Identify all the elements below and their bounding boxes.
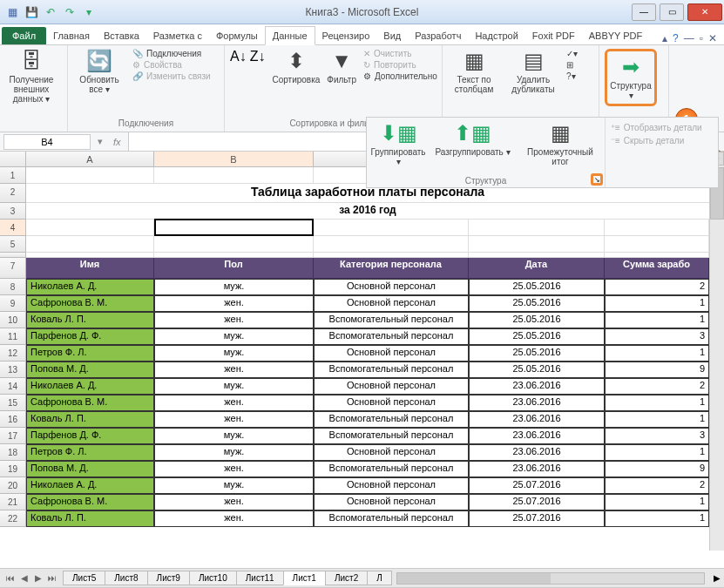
row-header[interactable]: 1 xyxy=(0,167,26,184)
next-sheet-icon[interactable]: ▶ xyxy=(31,573,45,583)
tab-addins[interactable]: Надстрой xyxy=(468,27,524,44)
sort-za-icon[interactable]: Z↓ xyxy=(250,49,266,64)
help-icon[interactable]: ? xyxy=(673,32,679,44)
row-header[interactable]: 17 xyxy=(0,428,26,444)
row-header[interactable]: 13 xyxy=(0,362,26,378)
row-header[interactable]: 16 xyxy=(0,411,26,428)
table-cell[interactable]: Основной персонал xyxy=(314,378,469,395)
hscroll-thumb[interactable] xyxy=(397,573,551,584)
table-cell[interactable]: 9 xyxy=(605,461,709,477)
table-cell[interactable]: 23.06.2016 xyxy=(469,395,605,411)
row-header[interactable]: 11 xyxy=(0,328,26,345)
table-cell[interactable]: Сафронова В. М. xyxy=(26,494,154,510)
row-header[interactable]: 7 xyxy=(0,258,26,279)
table-cell[interactable]: 25.05.2016 xyxy=(469,345,605,362)
structure-button[interactable]: ➡Структура ▾ xyxy=(605,49,657,106)
table-cell[interactable]: Основной персонал xyxy=(314,395,469,411)
tab-abbyy[interactable]: ABBYY PDF xyxy=(582,27,650,44)
table-cell[interactable]: 23.06.2016 xyxy=(469,378,605,395)
dialog-launcher[interactable]: ↘ xyxy=(591,173,603,186)
first-sheet-icon[interactable]: ⏮ xyxy=(3,573,17,583)
table-cell[interactable]: жен. xyxy=(154,312,314,328)
table-cell[interactable]: Основной персонал xyxy=(314,494,469,510)
table-cell[interactable]: Парфенов Д. Ф. xyxy=(26,428,154,444)
fx-icon[interactable]: fx xyxy=(106,137,128,147)
ungroup-button[interactable]: ⬆▦Разгруппировать ▾ xyxy=(434,121,512,184)
sheet-tab[interactable]: Лист2 xyxy=(325,571,368,585)
table-header[interactable]: Имя xyxy=(26,258,154,279)
doc-restore-icon[interactable]: ▫ xyxy=(700,32,703,44)
doc-min-icon[interactable]: — xyxy=(684,32,694,44)
text-to-columns-button[interactable]: ▦Текст по столбцам xyxy=(448,49,500,94)
table-cell[interactable]: жен. xyxy=(154,411,314,428)
table-header[interactable]: Категория персонала xyxy=(314,258,469,279)
row-header[interactable]: 22 xyxy=(0,510,26,527)
tab-home[interactable]: Главная xyxy=(46,27,97,44)
refresh-all-button[interactable]: 🔄Обновить все ▾ xyxy=(73,49,125,94)
column-header-b[interactable]: B xyxy=(154,152,314,166)
connections-button[interactable]: 📎 Подключения xyxy=(132,49,211,58)
table-cell[interactable]: 25.07.2016 xyxy=(469,510,605,527)
reapply-button[interactable]: ↻ Повторить xyxy=(363,60,437,70)
table-cell[interactable]: Николаев А. Д. xyxy=(26,378,154,395)
horizontal-scrollbar[interactable] xyxy=(396,572,705,585)
sort-az-icon[interactable]: A↓ xyxy=(230,49,247,64)
row-header[interactable]: 8 xyxy=(0,279,26,295)
table-cell[interactable]: Основной персонал xyxy=(314,279,469,295)
table-cell[interactable]: муж. xyxy=(154,477,314,494)
table-cell[interactable]: муж. xyxy=(154,444,314,461)
row-header[interactable]: 12 xyxy=(0,345,26,362)
table-header[interactable]: Пол xyxy=(154,258,314,279)
tab-review[interactable]: Рецензиро xyxy=(315,27,377,44)
table-cell[interactable]: муж. xyxy=(154,279,314,295)
sheet-tab[interactable]: Лист8 xyxy=(105,571,147,585)
table-cell[interactable]: Попова М. Д. xyxy=(26,461,154,477)
table-cell[interactable]: Вспомогательный персонал xyxy=(314,312,469,328)
subtotal-button[interactable]: ▦Промежуточный итог xyxy=(521,121,599,184)
table-cell[interactable]: Парфенов Д. Ф. xyxy=(26,328,154,345)
table-cell[interactable]: Основной персонал xyxy=(314,444,469,461)
tab-foxit[interactable]: Foxit PDF xyxy=(525,27,582,44)
sheet-tab[interactable]: Лист5 xyxy=(63,571,105,585)
redo-icon[interactable]: ↷ xyxy=(61,3,78,21)
table-cell[interactable]: 1 xyxy=(605,395,709,411)
table-cell[interactable]: 1 xyxy=(605,411,709,428)
clear-filter-button[interactable]: ✕ Очистить xyxy=(363,49,437,58)
hide-detail-button[interactable]: ⁻≡ Скрыть детали xyxy=(611,136,713,145)
table-cell[interactable]: Коваль Л. П. xyxy=(26,411,154,428)
properties-button[interactable]: ⚙ Свойства xyxy=(132,60,211,70)
table-cell[interactable]: Вспомогательный персонал xyxy=(314,510,469,527)
table-cell[interactable]: 2 xyxy=(605,279,709,295)
consolidate-icon[interactable]: ⊞ xyxy=(566,60,578,70)
table-cell[interactable]: Петров Ф. Л. xyxy=(26,345,154,362)
table-cell[interactable]: 23.06.2016 xyxy=(469,461,605,477)
table-cell[interactable]: Основной персонал xyxy=(314,477,469,494)
table-cell[interactable]: 23.06.2016 xyxy=(469,444,605,461)
column-header-a[interactable]: A xyxy=(26,152,154,166)
minimize-button[interactable]: — xyxy=(632,3,656,21)
filter-button[interactable]: ▼Фильтр xyxy=(327,49,356,84)
tab-developer[interactable]: Разработч xyxy=(408,27,468,44)
row-header[interactable]: 18 xyxy=(0,444,26,461)
table-cell[interactable]: Вспомогательный персонал xyxy=(314,328,469,345)
row-header[interactable]: 21 xyxy=(0,494,26,510)
table-cell[interactable]: Вспомогательный персонал xyxy=(314,428,469,444)
row-header[interactable]: 10 xyxy=(0,312,26,328)
table-header[interactable]: Дата xyxy=(469,258,605,279)
table-cell[interactable]: Сафронова В. М. xyxy=(26,395,154,411)
table-cell[interactable]: 1 xyxy=(605,295,709,312)
sheet-tab[interactable]: Лист11 xyxy=(236,571,284,585)
sort-button[interactable]: ⬍Сортировка xyxy=(272,49,320,84)
table-cell[interactable]: 2 xyxy=(605,378,709,395)
excel-icon[interactable]: ▦ xyxy=(3,3,21,21)
table-cell[interactable]: 25.07.2016 xyxy=(469,477,605,494)
table-cell[interactable]: Вспомогательный персонал xyxy=(314,411,469,428)
table-cell[interactable]: Основной персонал xyxy=(314,295,469,312)
table-cell[interactable]: Сафронова В. М. xyxy=(26,295,154,312)
table-cell[interactable]: муж. xyxy=(154,428,314,444)
table-cell[interactable]: 25.07.2016 xyxy=(469,494,605,510)
row-header[interactable]: 14 xyxy=(0,378,26,395)
qat-more-icon[interactable]: ▾ xyxy=(80,3,98,21)
table-cell[interactable]: Николаев А. Д. xyxy=(26,477,154,494)
get-external-data-button[interactable]: 🗄Получение внешних данных ▾ xyxy=(5,49,58,104)
